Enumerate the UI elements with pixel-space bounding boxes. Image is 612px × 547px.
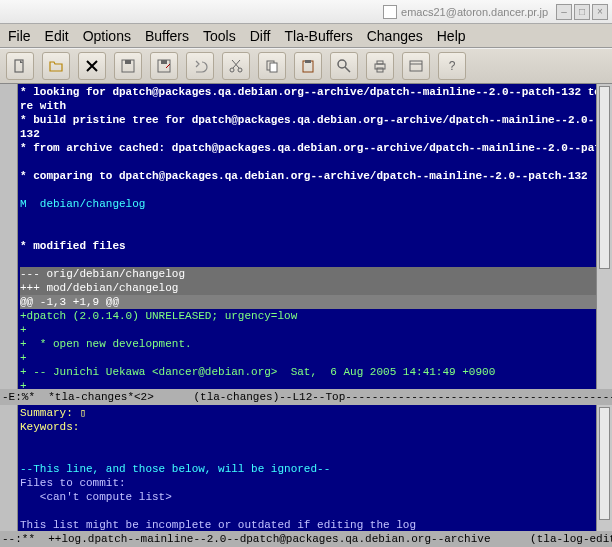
menu-diff[interactable]: Diff xyxy=(250,28,271,44)
svg-text:?: ? xyxy=(449,59,456,73)
minimize-button[interactable]: – xyxy=(556,4,572,20)
menu-options[interactable]: Options xyxy=(83,28,131,44)
help-icon[interactable]: ? xyxy=(438,52,466,80)
buffer-line xyxy=(20,504,596,518)
fringe-left xyxy=(0,405,18,531)
maximize-button[interactable]: □ xyxy=(574,4,590,20)
buffer-line: * build pristine tree for dpatch@package… xyxy=(20,113,596,127)
app-icon xyxy=(383,5,397,19)
menu-changes[interactable]: Changes xyxy=(367,28,423,44)
menu-tools[interactable]: Tools xyxy=(203,28,236,44)
buffer-line: * looking for dpatch@packages.qa.debian.… xyxy=(20,85,596,99)
menubar: File Edit Options Buffers Tools Diff Tla… xyxy=(0,24,612,48)
svg-rect-13 xyxy=(377,61,383,64)
window-title: emacs21@atoron.dancer.pr.jp xyxy=(401,6,548,18)
svg-rect-15 xyxy=(410,61,422,71)
titlebar: x emacs21@atoron.dancer.pr.jp – □ × xyxy=(0,0,612,24)
svg-point-5 xyxy=(230,68,234,72)
buffer-line xyxy=(20,225,596,239)
buffer-line: +++ mod/debian/changelog xyxy=(20,281,596,295)
buffer-line xyxy=(20,448,596,462)
print-icon[interactable] xyxy=(366,52,394,80)
buffer-line: re with xyxy=(20,99,596,113)
menu-edit[interactable]: Edit xyxy=(45,28,69,44)
buffer-line xyxy=(20,183,596,197)
tla-changes-buffer[interactable]: * looking for dpatch@packages.qa.debian.… xyxy=(0,84,612,389)
menu-help[interactable]: Help xyxy=(437,28,466,44)
buffer-line xyxy=(20,211,596,225)
toolbar: ? xyxy=(0,48,612,84)
search-icon[interactable] xyxy=(330,52,358,80)
scrollbar[interactable] xyxy=(596,84,612,389)
svg-rect-2 xyxy=(125,60,131,64)
buffer-line: * comparing to dpatch@packages.qa.debian… xyxy=(20,169,596,183)
folder-icon[interactable] xyxy=(42,52,70,80)
svg-rect-4 xyxy=(161,60,167,64)
close-icon[interactable] xyxy=(78,52,106,80)
buffer-line xyxy=(20,253,596,267)
buffer-line: Keywords: xyxy=(20,420,596,434)
menu-tla-buffers[interactable]: Tla-Buffers xyxy=(284,28,352,44)
buffer-line: M debian/changelog xyxy=(20,197,596,211)
buffer-line: <can't compute list> xyxy=(20,490,596,504)
buffer-line: + xyxy=(20,351,596,365)
buffer-line: --This line, and those below, will be ig… xyxy=(20,462,596,476)
svg-point-6 xyxy=(238,68,242,72)
modeline-2: --:** ++log.dpatch--mainline--2.0--dpatc… xyxy=(0,531,612,547)
buffer-line: + xyxy=(20,323,596,337)
buffer-line: + * open new development. xyxy=(20,337,596,351)
buffer-line: + xyxy=(20,379,596,389)
buffer-line: Summary: ▯ xyxy=(20,406,596,420)
paste-icon[interactable] xyxy=(294,52,322,80)
copy-icon[interactable] xyxy=(258,52,286,80)
buffer-line: Files to commit: xyxy=(20,476,596,490)
save-as-icon[interactable] xyxy=(150,52,178,80)
menu-buffers[interactable]: Buffers xyxy=(145,28,189,44)
buffer-line: * modified files xyxy=(20,239,596,253)
buffer-line: + -- Junichi Uekawa <dancer@debian.org> … xyxy=(20,365,596,379)
tla-log-edit-buffer[interactable]: Summary: ▯Keywords: --This line, and tho… xyxy=(0,405,612,531)
scrollbar[interactable] xyxy=(596,405,612,531)
editor-area: * looking for dpatch@packages.qa.debian.… xyxy=(0,84,612,547)
buffer-line: This list might be incomplete or outdate… xyxy=(20,518,596,531)
undo-icon[interactable] xyxy=(186,52,214,80)
preferences-icon[interactable] xyxy=(402,52,430,80)
buffer-line: * from archive cached: dpatch@packages.q… xyxy=(20,141,596,155)
buffer-line: @@ -1,3 +1,9 @@ xyxy=(20,295,596,309)
buffer-line xyxy=(20,434,596,448)
buffer-line: --- orig/debian/changelog xyxy=(20,267,596,281)
fringe-left xyxy=(0,84,18,389)
modeline-1: -E:%* *tla-changes*<2> (tla-changes)--L1… xyxy=(0,389,612,405)
file-open-icon[interactable] xyxy=(6,52,34,80)
buffer-line: 132 xyxy=(20,127,596,141)
svg-rect-10 xyxy=(305,60,311,63)
cut-icon[interactable] xyxy=(222,52,250,80)
save-icon[interactable] xyxy=(114,52,142,80)
close-button[interactable]: × xyxy=(592,4,608,20)
buffer-line: +dpatch (2.0.14.0) UNRELEASED; urgency=l… xyxy=(20,309,596,323)
svg-point-11 xyxy=(338,60,346,68)
menu-file[interactable]: File xyxy=(8,28,31,44)
svg-rect-8 xyxy=(270,63,277,72)
buffer-line xyxy=(20,155,596,169)
